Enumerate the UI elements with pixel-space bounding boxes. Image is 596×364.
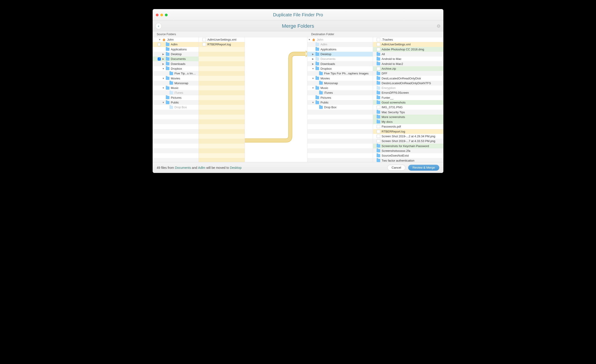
- disclosure-down-icon[interactable]: ▼: [312, 87, 314, 89]
- status-source-1: Documents: [175, 166, 191, 169]
- file-label: Encryption: [382, 86, 395, 90]
- file-row[interactable]: .Trashes: [373, 37, 443, 42]
- disclosure-down-icon[interactable]: ▼: [312, 67, 314, 70]
- disclosure-down-icon[interactable]: ▼: [312, 77, 314, 80]
- disclosure-down-icon[interactable]: ▼: [308, 38, 311, 41]
- file-row[interactable]: Android to Mac2: [373, 61, 443, 66]
- tree-row[interactable]: ▼Movies: [307, 76, 373, 80]
- file-label: Screenshotssssss 2fa: [382, 149, 410, 153]
- back-button[interactable]: ‹: [155, 23, 162, 29]
- folder-icon: [166, 96, 170, 99]
- checkbox[interactable]: [158, 58, 161, 61]
- file-row[interactable]: Mac Security Tips: [373, 109, 443, 114]
- file-label: .Trashes: [382, 38, 393, 41]
- empty-row: [199, 119, 245, 124]
- file-row[interactable]: DestLocatedOnReadOnlyDisk: [373, 76, 443, 80]
- tree-row[interactable]: ▼John: [153, 37, 199, 42]
- file-row[interactable]: DFF: [373, 71, 443, 76]
- file-label: More screenshots: [382, 115, 405, 119]
- row-label: Music: [320, 86, 328, 90]
- file-row[interactable]: Screenshots for Keychain Password: [373, 144, 443, 148]
- tree-row[interactable]: ▼John: [307, 37, 373, 42]
- cancel-button[interactable]: Cancel: [387, 165, 405, 171]
- tree-row[interactable]: ▼Music: [307, 86, 373, 90]
- tree-row[interactable]: ▼Dropbox: [153, 66, 199, 71]
- tree-row[interactable]: ▼Pictures: [307, 95, 373, 100]
- checkbox[interactable]: [158, 43, 161, 46]
- tree-row[interactable]: ▶Desktop: [153, 52, 199, 57]
- disclosure-right-icon[interactable]: ▶: [162, 63, 164, 65]
- tree-row[interactable]: ▼Public: [153, 100, 199, 105]
- folder-icon: [319, 91, 323, 95]
- file-row[interactable]: Good screenshots: [373, 100, 443, 105]
- file-label: ErrorsDFF6.0Screen: [382, 91, 409, 95]
- zoom-window-button[interactable]: [165, 14, 168, 16]
- tree-row[interactable]: ▼Music: [153, 86, 199, 90]
- tree-row[interactable]: ▼Monosnap: [153, 81, 199, 86]
- tree-row[interactable]: ▼Drop Box: [307, 105, 373, 109]
- destination-tree[interactable]: ▼John▼Adlm▼Applications▶Desktop▶Document…: [307, 37, 373, 162]
- file-row[interactable]: SourceDoesNotExist: [373, 153, 443, 158]
- file-row[interactable]: RTBERReport.log: [373, 129, 443, 134]
- tree-row[interactable]: ▼Adlm: [153, 42, 199, 47]
- file-row[interactable]: All: [373, 52, 443, 57]
- tree-row[interactable]: ▼iTunes: [307, 90, 373, 95]
- row-label: Documents: [320, 57, 335, 61]
- file-row[interactable]: Screen Shot 2019-...2 at 4.29.34 PM.png: [373, 134, 443, 139]
- tree-row[interactable]: ▶Downloads: [307, 61, 373, 66]
- disclosure-down-icon[interactable]: ▼: [162, 101, 164, 104]
- file-row[interactable]: RTBERReport.log: [199, 42, 245, 47]
- file-row[interactable]: AdlmUserSettings.xml: [373, 42, 443, 47]
- disclosure-right-icon[interactable]: ▶: [312, 58, 314, 60]
- minimize-window-button[interactable]: [160, 14, 163, 16]
- disclosure-down-icon[interactable]: ▼: [158, 38, 161, 41]
- tree-row[interactable]: ▶Downloads: [153, 61, 199, 66]
- source-tree[interactable]: ▼John▼Adlm▼Applications▶Desktop▶Document…: [153, 37, 199, 162]
- file-row[interactable]: Screen Shot 2019-...7 at 4.33.53 PM.png: [373, 139, 443, 143]
- review-merge-button[interactable]: Review & Merge: [408, 165, 439, 171]
- tree-row[interactable]: ▼Movies: [153, 76, 199, 80]
- tree-row[interactable]: ▼Five Tips For Ph...raphers Images: [307, 71, 373, 76]
- disclosure-right-icon[interactable]: ▶: [312, 53, 314, 55]
- file-row[interactable]: Funter__: [373, 95, 443, 100]
- source-file-list[interactable]: AdlmUserSettings.xmlRTBERReport.log: [199, 37, 245, 162]
- tree-row[interactable]: ▼Applications: [153, 47, 199, 52]
- tree-row[interactable]: ▼Pictures: [153, 95, 199, 100]
- file-row[interactable]: Two factor authentication: [373, 158, 443, 162]
- disclosure-down-icon[interactable]: ▼: [312, 101, 314, 104]
- file-row[interactable]: AdlmUserSettings.xml: [199, 37, 245, 42]
- file-row[interactable]: Adobe Photoshop CC 2018.dmg: [373, 47, 443, 52]
- file-row[interactable]: IMG_0731.PNG: [373, 105, 443, 109]
- disclosure-right-icon[interactable]: ▶: [162, 53, 164, 55]
- tree-row[interactable]: ▼Monosnap: [307, 81, 373, 86]
- file-row[interactable]: Passwords.pdf: [373, 124, 443, 129]
- disclosure-down-icon[interactable]: ▼: [162, 77, 164, 80]
- tree-row[interactable]: ▼Drop Box: [153, 105, 199, 109]
- file-row[interactable]: Screenshotssssss 2fa: [373, 148, 443, 153]
- file-row[interactable]: Archive.zip: [373, 66, 443, 71]
- tree-row[interactable]: ▼Five Tip...s Images: [153, 71, 199, 76]
- file-row[interactable]: ErrorsDFF6.0Screen: [373, 90, 443, 95]
- file-row[interactable]: My docs: [373, 119, 443, 124]
- disclosure-right-icon[interactable]: ▶: [162, 58, 164, 60]
- close-window-button[interactable]: [156, 14, 158, 16]
- tree-row[interactable]: ▼Dropbox: [307, 66, 373, 71]
- file-row[interactable]: Android to Mac: [373, 57, 443, 61]
- destination-file-list[interactable]: .TrashesAdlmUserSettings.xmlAdobe Photos…: [373, 37, 443, 162]
- tree-row[interactable]: ▼iTunes: [153, 90, 199, 95]
- tree-row[interactable]: ▶Documents: [153, 57, 199, 61]
- disclosure-right-icon[interactable]: ▶: [312, 63, 314, 65]
- tree-row[interactable]: ▼Public: [307, 100, 373, 105]
- tree-row[interactable]: ▶Documents: [307, 57, 373, 61]
- disclosure-down-icon[interactable]: ▼: [162, 87, 164, 89]
- row-label: Pictures: [320, 96, 331, 99]
- file-row[interactable]: DestinLocatedOnReadOnlyDiskNTFS: [373, 81, 443, 86]
- tree-row[interactable]: ▼Applications: [307, 47, 373, 52]
- file-label: Android to Mac2: [382, 62, 403, 66]
- tree-row[interactable]: ▼Adlm: [307, 42, 373, 47]
- file-row[interactable]: More screenshots: [373, 115, 443, 119]
- disclosure-down-icon[interactable]: ▼: [162, 67, 164, 70]
- tree-row[interactable]: ▶Desktop: [307, 52, 373, 57]
- settings-button[interactable]: ⚙: [437, 23, 441, 29]
- file-row[interactable]: Encryption: [373, 86, 443, 90]
